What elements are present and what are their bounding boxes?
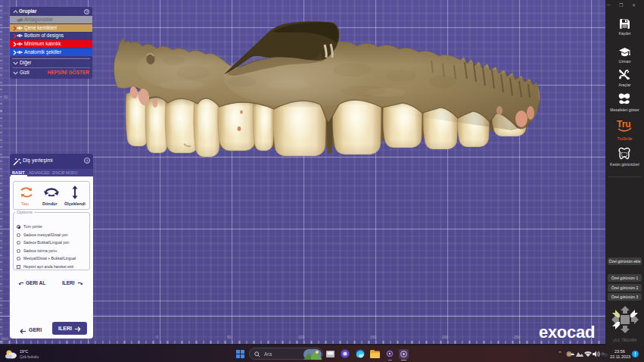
svg-text:Tru: Tru [617, 119, 631, 130]
